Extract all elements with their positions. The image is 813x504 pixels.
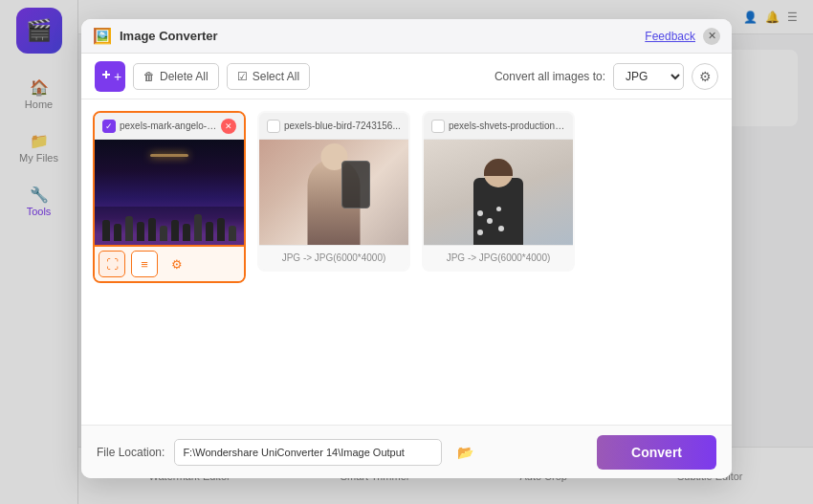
image-item-0-checkbox[interactable]: ✓ <box>102 120 116 133</box>
woman-thumbnail <box>424 140 573 245</box>
image-item-1-footer: JPG -> JPG(6000*4000) <box>259 245 408 270</box>
image-item-0-filename: pexels-mark-angelo-sam... <box>120 121 217 131</box>
feedback-link[interactable]: Feedback <box>645 30 695 43</box>
more-options-button[interactable]: ⚙ <box>164 251 190 277</box>
toolbar-right: Convert all images to: JPG PNG BMP GIF W… <box>494 63 718 90</box>
image-item-0-close[interactable]: ✕ <box>221 119 236 134</box>
add-image-button[interactable]: + <box>95 61 125 92</box>
format-select[interactable]: JPG PNG BMP GIF WEBP <box>613 63 684 90</box>
image-item-2-header: pexels-shvets-production-... <box>424 113 573 140</box>
file-path-input[interactable] <box>174 439 442 466</box>
image-item-2-thumb <box>424 140 573 245</box>
image-item-1-thumb <box>259 140 408 245</box>
convert-all-label: Convert all images to: <box>494 70 605 83</box>
phone-thumbnail <box>259 140 408 245</box>
concert-thumbnail <box>95 140 244 245</box>
crop-button[interactable]: ⛶ <box>99 251 125 277</box>
image-item-0-thumb <box>95 140 244 245</box>
image-item-2[interactable]: pexels-shvets-production-... <box>422 111 575 272</box>
image-item-1-format: JPG -> JPG(6000*4000) <box>263 250 405 266</box>
image-item-2-format: JPG -> JPG(6000*4000) <box>428 250 569 266</box>
image-item-2-footer: JPG -> JPG(6000*4000) <box>424 245 573 270</box>
image-item-1-filename: pexels-blue-bird-7243156... <box>284 121 401 131</box>
add-icon <box>99 69 114 84</box>
image-item-1[interactable]: pexels-blue-bird-7243156... JPG -> JPG(6… <box>257 111 410 272</box>
image-item-0[interactable]: ✓ pexels-mark-angelo-sam... ✕ <box>93 111 246 283</box>
image-item-2-filename: pexels-shvets-production-... <box>449 121 565 131</box>
folder-icon: 📂 <box>457 445 473 460</box>
delete-all-label: Delete All <box>160 70 209 83</box>
modal-footer: File Location: 📂 Convert <box>81 425 732 478</box>
modal-toolbar: + 🗑 Delete All ☑ Select All Convert all … <box>81 54 732 99</box>
select-all-label: Select All <box>253 70 299 83</box>
modal-close-button[interactable]: ✕ <box>703 28 720 45</box>
converter-icon: 🖼️ <box>93 27 112 45</box>
modal-titlebar-actions: Feedback ✕ <box>645 28 720 45</box>
select-icon: ☑ <box>237 70 248 83</box>
image-item-2-checkbox[interactable] <box>431 120 445 133</box>
add-plus-icon: + <box>114 69 121 84</box>
settings-icon-button[interactable]: ⚙ <box>692 63 718 90</box>
convert-button[interactable]: Convert <box>597 435 716 470</box>
image-converter-modal: 🖼️ Image Converter Feedback ✕ + 🗑 Delete… <box>81 19 732 478</box>
delete-all-button[interactable]: 🗑 Delete All <box>133 63 219 90</box>
file-location-label: File Location: <box>97 446 165 459</box>
image-item-0-footer: ⛶ ≡ ⚙ <box>95 245 244 281</box>
settings-icon: ⚙ <box>699 69 712 84</box>
image-item-0-header: ✓ pexels-mark-angelo-sam... ✕ <box>95 113 244 140</box>
modal-overlay: 🖼️ Image Converter Feedback ✕ + 🗑 Delete… <box>0 0 813 504</box>
browse-folder-button[interactable]: 📂 <box>451 439 478 466</box>
select-all-button[interactable]: ☑ Select All <box>227 63 310 90</box>
image-item-1-checkbox[interactable] <box>267 120 280 133</box>
adjust-button[interactable]: ≡ <box>131 251 158 277</box>
trash-icon: 🗑 <box>143 70 155 83</box>
modal-titlebar: 🖼️ Image Converter Feedback ✕ <box>81 19 732 54</box>
image-item-1-header: pexels-blue-bird-7243156... <box>259 113 408 140</box>
modal-title: Image Converter <box>120 29 218 43</box>
image-grid: ✓ pexels-mark-angelo-sam... ✕ <box>81 99 732 425</box>
